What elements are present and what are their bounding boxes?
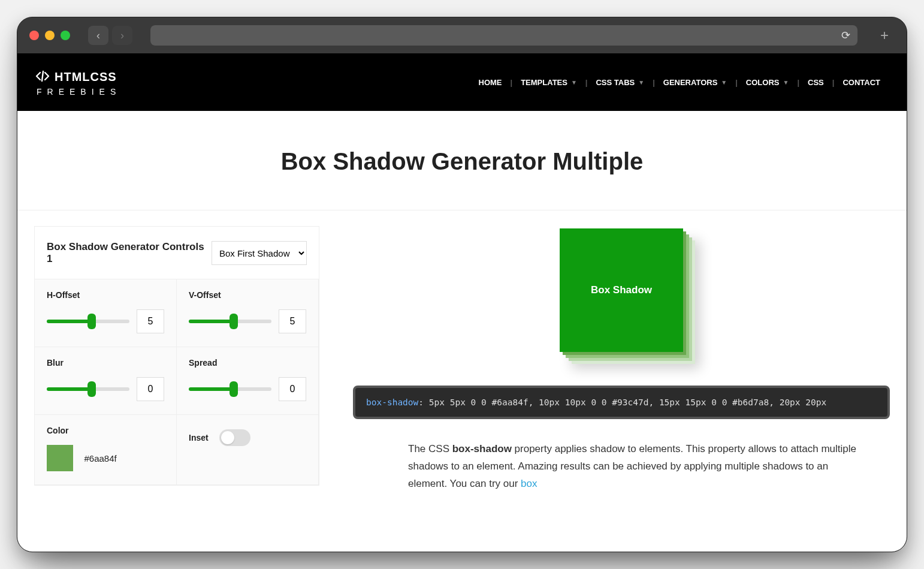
inset-label: Inset [189,433,209,442]
blur-value[interactable] [137,377,164,401]
control-h-offset: H-Offset [34,279,177,347]
nav-css[interactable]: CSS [799,78,832,87]
nav-home[interactable]: HOME [470,78,511,87]
control-spread: Spread [176,347,319,415]
box-shadow-preview: Box Shadow [560,228,683,352]
chevron-down-icon: ▼ [638,79,644,86]
forward-button[interactable]: › [112,26,132,45]
v-offset-value[interactable] [279,309,306,333]
nav-contact[interactable]: CONTACT [834,78,889,87]
css-value: : 5px 5px 0 0 #6aa84f, 10px 10px 0 0 #93… [418,398,826,407]
nav-colors-label: COLORS [746,78,780,87]
controls-title: Box Shadow Generator Controls 1 [47,241,212,265]
address-bar[interactable]: ⟳ [150,25,857,46]
page-content: Box Shadow Generator Multiple Box Shadow… [17,111,907,493]
site-logo[interactable]: HTMLCSS FREEBIES [35,69,121,96]
main-nav: HOME | TEMPLATES▼ | CSS TABS▼ | GENERATO… [470,78,889,87]
chevron-down-icon: ▼ [721,79,727,86]
minimize-window-button[interactable] [45,31,55,40]
nav-generators-label: GENERATORS [663,78,718,87]
preview-label: Box Shadow [591,284,652,296]
nav-buttons: ‹ › [88,26,132,45]
nav-colors[interactable]: COLORS▼ [738,78,798,87]
browser-titlebar: ‹ › ⟳ + [17,17,907,53]
chevron-down-icon: ▼ [783,79,789,86]
nav-css-tabs-label: CSS TABS [596,78,635,87]
traffic-lights [29,31,70,40]
nav-css-tabs[interactable]: CSS TABS▼ [587,78,653,87]
h-offset-slider[interactable] [47,320,129,323]
page-viewport: HTMLCSS FREEBIES HOME | TEMPLATES▼ | CSS… [17,53,907,552]
color-value: #6aa84f [84,453,116,463]
logo-text-top: HTMLCSS [55,71,117,83]
control-color: Color #6aa84f [34,414,177,485]
nav-templates-label: TEMPLATES [521,78,567,87]
back-button[interactable]: ‹ [88,26,108,45]
shadow-layer-select[interactable]: Box First Shadow [212,241,307,265]
close-window-button[interactable] [29,31,39,40]
toggle-knob [221,431,234,444]
css-output[interactable]: box-shadow: 5px 5px 0 0 #6aa84f, 10px 10… [353,386,890,419]
description-text: The CSS box-shadow property applies shad… [408,441,870,493]
browser-window: ‹ › ⟳ + HTMLCSS FREEBIES HOME | TEM [17,17,907,552]
code-icon [35,69,50,85]
control-inset: Inset [176,414,319,485]
nav-generators[interactable]: GENERATORS▼ [655,78,735,87]
controls-panel: Box Shadow Generator Controls 1 Box Firs… [34,226,319,486]
chevron-down-icon: ▼ [571,79,577,86]
maximize-window-button[interactable] [61,31,70,40]
box-shadow-link[interactable]: box [521,478,537,489]
blur-slider[interactable] [47,387,129,391]
control-v-offset: V-Offset [176,279,319,347]
inset-toggle[interactable] [219,429,250,446]
spread-label: Spread [189,358,306,368]
new-tab-button[interactable]: + [874,25,895,46]
desc-bold: box-shadow [452,443,512,454]
site-header: HTMLCSS FREEBIES HOME | TEMPLATES▼ | CSS… [17,53,907,111]
blur-label: Blur [47,358,164,368]
v-offset-slider[interactable] [189,320,271,323]
spread-value[interactable] [279,377,306,401]
reload-icon[interactable]: ⟳ [841,29,850,42]
color-swatch[interactable] [47,445,73,471]
color-label: Color [47,426,164,435]
preview-column: Box Shadow box-shadow: 5px 5px 0 0 #6aa8… [353,226,890,493]
h-offset-label: H-Offset [47,290,164,300]
v-offset-label: V-Offset [189,290,306,300]
nav-templates[interactable]: TEMPLATES▼ [512,78,585,87]
logo-text-bottom: FREEBIES [35,88,121,96]
css-property: box-shadow [366,398,418,407]
h-offset-value[interactable] [137,309,164,333]
svg-line-0 [42,71,43,81]
control-blur: Blur [34,347,177,415]
spread-slider[interactable] [189,387,271,391]
desc-part: The CSS [408,443,452,454]
page-title: Box Shadow Generator Multiple [17,111,907,210]
